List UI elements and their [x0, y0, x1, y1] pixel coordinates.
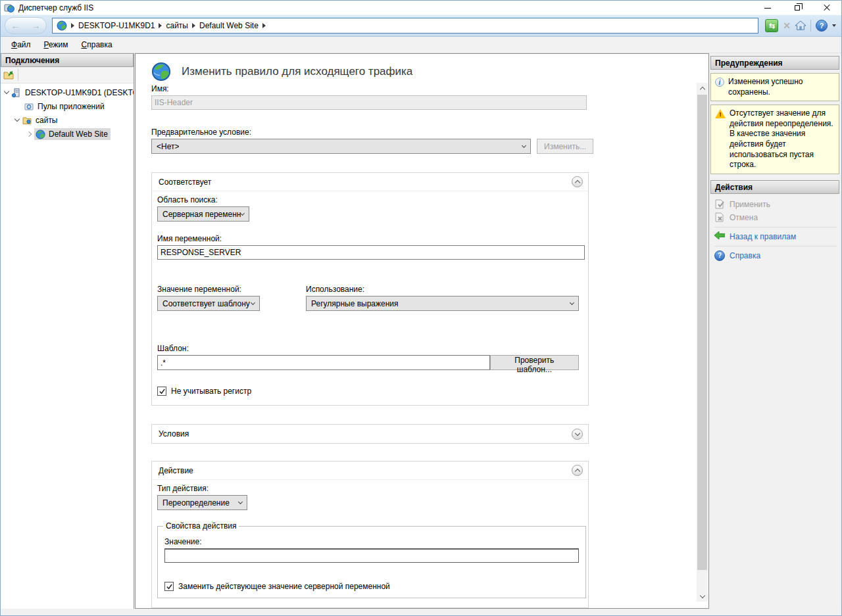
tree-item-app-pools[interactable]: Пулы приложений — [1, 99, 134, 113]
chevron-down-icon — [570, 300, 574, 304]
scrollbar-thumb[interactable] — [697, 95, 707, 570]
breadcrumb-arrow-icon[interactable] — [192, 23, 195, 28]
refresh-icon[interactable]: ⇆ — [765, 19, 778, 32]
collapse-section-icon[interactable] — [572, 176, 583, 187]
action-section-title: Действие — [159, 466, 193, 475]
expand-section-icon[interactable] — [572, 429, 583, 440]
window-title: Диспетчер служб IIS — [18, 3, 753, 12]
using-select[interactable]: Регулярные выражения — [306, 296, 579, 311]
back-to-rules-action[interactable]: Назад к правилам — [714, 230, 837, 243]
apply-label: Применить — [730, 200, 770, 209]
workspace: Подключения DESKTOP-U1MK9D1 (DESKTOP — [1, 53, 841, 609]
action-properties-legend: Свойства действия — [163, 521, 239, 531]
toolbar-separator — [18, 69, 18, 81]
checkbox-checked-icon — [164, 582, 174, 591]
tree-item-default-web-site[interactable]: Default Web Site — [1, 127, 134, 141]
ignore-case-checkbox[interactable]: Не учитывать регистр — [157, 387, 579, 396]
scope-label: Область поиска: — [157, 195, 579, 204]
scroll-down-button[interactable] — [697, 590, 708, 602]
checkbox-checked-icon — [157, 387, 166, 396]
expander-expanded-icon[interactable] — [4, 89, 9, 94]
match-section-header[interactable]: Соответствует — [152, 173, 588, 191]
scroll-up-button[interactable] — [697, 83, 708, 94]
minimize-button[interactable] — [753, 1, 782, 15]
globe-icon — [151, 62, 171, 82]
scope-select[interactable]: Серверная переменн — [157, 206, 249, 222]
page-title: Изменить правило для исходящего трафика — [182, 65, 412, 78]
alert-info: i Изменения успешно сохранены. — [710, 73, 839, 101]
connections-panel: Подключения DESKTOP-U1MK9D1 (DESKTOP — [1, 53, 134, 609]
create-connection-icon[interactable] — [3, 70, 14, 80]
test-pattern-button[interactable]: Проверить шаблон... — [490, 355, 579, 370]
variable-value-select[interactable]: Соответствует шаблону — [157, 296, 260, 311]
help-action[interactable]: ? Справка — [714, 249, 837, 262]
expander-collapsed-icon[interactable] — [26, 131, 32, 136]
minimize-icon — [764, 8, 771, 9]
chevron-up-icon — [574, 469, 580, 474]
main-content: Изменить правило для исходящего трафика … — [135, 53, 709, 609]
tree-item-server[interactable]: DESKTOP-U1MK9D1 (DESKTOP — [1, 85, 134, 99]
vertical-scrollbar[interactable] — [697, 83, 708, 602]
breadcrumb-server[interactable]: DESKTOP-U1MK9D1 — [78, 21, 155, 30]
application-pools-icon — [24, 102, 34, 111]
breadcrumb[interactable]: DESKTOP-U1MK9D1 сайты Default Web Site — [52, 18, 758, 34]
conditions-section-header[interactable]: Условия — [152, 425, 588, 443]
back-to-rules-label[interactable]: Назад к правилам — [730, 232, 796, 241]
pattern-input[interactable] — [157, 355, 490, 370]
connections-tree: DESKTOP-U1MK9D1 (DESKTOP Пулы приложений… — [1, 83, 134, 609]
restore-button[interactable] — [782, 1, 812, 15]
alert-warning: Отсутствует значение для действия переоп… — [710, 105, 839, 174]
replace-value-checkbox[interactable]: Заменить действующее значение серверной … — [164, 582, 578, 591]
pattern-label: Шаблон: — [157, 344, 579, 353]
conditions-section-title: Условия — [159, 429, 189, 438]
menu-help[interactable]: Справка — [76, 38, 118, 51]
iis-manager-window: Диспетчер служб IIS ← → DESKTOP-U1MK9D1 … — [0, 0, 842, 616]
connections-toolbar — [1, 67, 134, 83]
tree-item-label[interactable]: Пулы приложений — [37, 102, 105, 111]
precondition-select[interactable]: <Нет> — [151, 139, 531, 154]
collapse-section-icon[interactable] — [572, 465, 583, 476]
help-icon[interactable]: ? — [816, 20, 828, 32]
help-label[interactable]: Справка — [730, 251, 760, 260]
info-icon: i — [715, 78, 724, 87]
breadcrumb-arrow-icon[interactable] — [71, 23, 74, 28]
close-icon — [824, 5, 830, 11]
sites-folder-icon — [22, 116, 32, 125]
help-dropdown-icon[interactable] — [832, 24, 836, 27]
toolbar-separator — [810, 20, 811, 32]
action-value-input[interactable] — [164, 548, 579, 563]
iis-app-icon — [4, 3, 14, 13]
back-button[interactable]: ← — [11, 21, 20, 30]
action-section-header[interactable]: Действие — [152, 462, 588, 480]
breadcrumb-sites[interactable]: сайты — [166, 21, 188, 30]
scope-value: Серверная переменн — [162, 210, 241, 219]
breadcrumb-default-web-site[interactable]: Default Web Site — [199, 21, 259, 30]
selected-tree-item[interactable]: Default Web Site — [34, 128, 111, 140]
menu-view[interactable]: Режим — [39, 38, 74, 51]
cancel-action: Отмена — [714, 211, 837, 224]
tree-item-label[interactable]: сайты — [36, 116, 58, 125]
home-icon[interactable] — [795, 20, 806, 31]
replace-value-label: Заменить действующее значение серверной … — [178, 582, 390, 591]
action-type-select[interactable]: Переопределение — [157, 495, 247, 510]
tree-item-sites[interactable]: сайты — [1, 113, 134, 127]
stop-icon[interactable]: ✕ — [783, 20, 791, 31]
chevron-down-icon — [238, 499, 243, 504]
variable-name-label: Имя переменной: — [157, 234, 579, 243]
chevron-down-icon — [240, 210, 245, 215]
variable-name-input[interactable] — [157, 245, 585, 260]
close-button[interactable] — [812, 1, 841, 15]
chevron-down-icon — [574, 431, 580, 436]
forward-button[interactable]: → — [32, 21, 41, 30]
tree-item-label[interactable]: DESKTOP-U1MK9D1 (DESKTOP — [25, 88, 134, 97]
chevron-down-icon — [522, 143, 526, 147]
expander-expanded-icon[interactable] — [14, 116, 20, 122]
menu-file[interactable]: Файл — [6, 38, 36, 51]
breadcrumb-arrow-icon[interactable] — [159, 23, 162, 28]
connections-header: Подключения — [1, 53, 134, 67]
navigation-buttons: ← → — [5, 17, 47, 34]
bottom-strip — [1, 609, 841, 616]
title-bar: Диспетчер служб IIS — [1, 1, 841, 15]
breadcrumb-arrow-icon[interactable] — [262, 23, 266, 28]
tree-item-label[interactable]: Default Web Site — [49, 130, 108, 139]
